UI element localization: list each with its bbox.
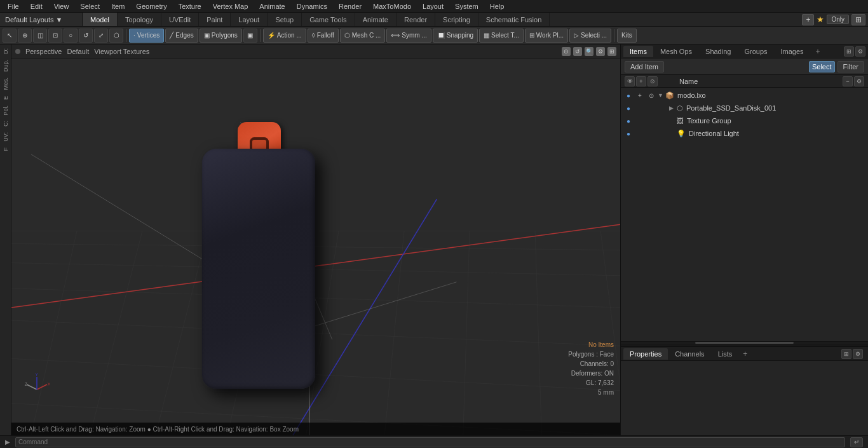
menu-animate[interactable]: Animate [254,1,290,11]
panel-expand-btn[interactable]: ⊞ [844,46,854,57]
item-arrow-1[interactable]: ▼ [658,92,664,98]
select-t-button[interactable]: ▦ Select T... [479,29,524,43]
tab-model[interactable]: Model [83,13,118,26]
bp-expand-btn[interactable]: ⊞ [841,349,851,359]
viewport-textures[interactable]: Viewport Textures [94,48,149,55]
tb-rotate-btn[interactable]: ↺ [79,29,93,43]
tab-layout[interactable]: Layout [231,13,268,26]
item-eye-2[interactable]: ● [623,103,634,113]
viewport-container[interactable]: Perspective Default Viewport Textures ⊙ … [11,44,620,435]
menu-select[interactable]: Select [75,1,105,11]
kits-button[interactable]: Kits [617,29,637,43]
status-arrow[interactable]: ▶ [5,438,10,445]
menu-maxtomodo[interactable]: MaxToModo [368,1,416,11]
menu-edit[interactable]: Edit [25,1,48,11]
polygons-button[interactable]: ▣ Polygons [200,29,242,43]
item-arrow-2[interactable]: ▶ [669,105,675,111]
vp-btn-2[interactable]: ↺ [573,47,582,56]
menu-layout[interactable]: Layout [417,1,449,11]
tab-properties[interactable]: Properties [623,348,668,360]
menu-help[interactable]: Help [485,1,510,11]
tab-gametools[interactable]: Game Tools [302,13,355,26]
maximize-button[interactable]: ⊞ [851,14,865,25]
vp-btn-4[interactable]: ⚙ [596,47,605,56]
list-item[interactable]: ● + ⊙ ▶ ⬡ Portable_SSD_SanDisk_001 [621,102,868,114]
filter-button[interactable]: Filter [837,61,864,72]
tb-box-btn[interactable]: ⊡ [48,29,62,43]
menu-dynamics[interactable]: Dynamics [292,1,332,11]
item-eye-extra-2[interactable]: ⊙ [646,90,656,100]
tab-shading[interactable]: Shading [699,46,737,57]
viewport-canvas[interactable]: X Z Y No Items Polygons : Face Channels:… [11,58,620,435]
tb-transform-btn[interactable]: ↖ [3,29,17,43]
vp-btn-3[interactable]: 🔍 [585,47,593,56]
sidebar-tab-dup[interactable]: Dup. [1,57,10,74]
snapping-button[interactable]: 🔲 Snapping [433,29,478,43]
col-file-btn[interactable]: ⊙ [648,76,658,86]
menu-geometry[interactable]: Geometry [131,1,172,11]
list-item[interactable]: ● + ⊙ ▶ 🖼 Texture Group [621,114,868,127]
col-eye-btn[interactable]: 👁 [625,76,635,86]
selecti-button[interactable]: ▷ Selecti ... [569,29,611,43]
menu-file[interactable]: File [3,1,24,11]
menu-system[interactable]: System [450,1,484,11]
add-tab-button[interactable]: + [802,14,814,25]
sidebar-tab-f[interactable]: F [1,145,10,154]
tab-schematicfusion[interactable]: Schematic Fusion [478,13,550,26]
action-button[interactable]: ⚡ Action ... [263,29,306,43]
item-eye-extra-1[interactable]: + [635,90,645,100]
menu-render[interactable]: Render [334,1,367,11]
tb-sym-btn[interactable]: ◫ [33,29,47,43]
tab-scripting[interactable]: Scripting [435,13,478,26]
sidebar-tab-uv[interactable]: UV: [1,130,10,144]
add-item-button[interactable]: Add Item [625,61,664,72]
bottom-panel-add-tab[interactable]: + [739,348,751,360]
only-button[interactable]: Only [827,15,849,24]
mesh-button[interactable]: ⬡ Mesh C ... [340,29,386,43]
menu-texture[interactable]: Texture [173,1,207,11]
menu-item[interactable]: Item [106,1,130,11]
panel-settings-btn[interactable]: ⚙ [855,46,865,57]
material-button[interactable]: ▣ [243,29,257,43]
command-exec-btn[interactable]: ↵ [850,437,863,447]
vp-btn-5[interactable]: ⊞ [607,47,616,56]
bp-settings-btn[interactable]: ⚙ [853,349,863,359]
item-eye-4[interactable]: ● [623,128,634,139]
tab-uvedit[interactable]: UVEdit [161,13,199,26]
panel-add-tab[interactable]: + [812,45,824,58]
tab-render[interactable]: Render [397,13,435,26]
tab-paint[interactable]: Paint [199,13,231,26]
col-settings-btn[interactable]: ⚙ [854,76,864,86]
list-item[interactable]: ● + ⊙ ▼ 📦 modo.lxo [621,89,868,102]
sidebar-tab-c[interactable]: C: [1,118,10,129]
viewport-perspective[interactable]: Perspective [25,48,62,55]
sidebar-tab-mes[interactable]: Mes. [1,75,10,93]
tab-setup[interactable]: Setup [268,13,302,26]
viewport-default[interactable]: Default [67,48,89,55]
tb-snap-btn[interactable]: ⊕ [18,29,32,43]
command-input[interactable] [15,437,845,447]
item-eye-3[interactable]: ● [623,116,634,126]
select-button[interactable]: Select [809,61,835,72]
sidebar-tab-d[interactable]: D: [1,46,10,57]
item-eye-1[interactable]: ● [623,90,634,100]
tab-topology[interactable]: Topology [118,13,161,26]
vertices-button[interactable]: · Vertices [129,29,164,43]
tab-animate[interactable]: Animate [355,13,397,26]
tab-meshops[interactable]: Mesh Ops [654,46,698,57]
tab-lists[interactable]: Lists [712,348,739,360]
falloff-button[interactable]: ◊ Falloff [308,29,339,43]
menu-view[interactable]: View [49,1,74,11]
scroll-thumb[interactable] [695,342,794,344]
tab-groups[interactable]: Groups [738,46,773,57]
symm-button[interactable]: ⟺ Symm ... [386,29,431,43]
items-scrollbar[interactable] [621,341,868,344]
work-pl-button[interactable]: ⊞ Work Pl... [525,29,568,43]
menu-vertexmap[interactable]: Vertex Map [208,1,254,11]
edges-button[interactable]: ╱ Edges [165,29,198,43]
viewport-dot[interactable] [15,49,20,54]
tb-sphere-btn[interactable]: ○ [64,29,78,43]
sidebar-tab-pol[interactable]: Pol. [1,103,10,118]
tab-items[interactable]: Items [623,46,653,57]
vp-btn-1[interactable]: ⊙ [562,47,571,56]
